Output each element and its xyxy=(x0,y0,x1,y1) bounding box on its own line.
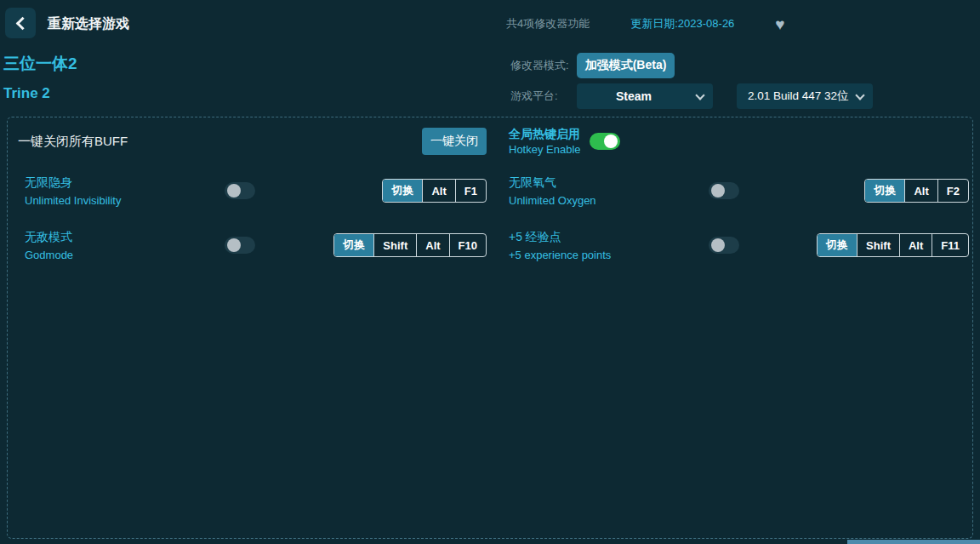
cheat-row: 无敌模式 Godmode 切换ShiftAltF10 xyxy=(8,226,490,264)
game-title-en: Trine 2 xyxy=(3,85,77,102)
version-dropdown[interactable]: 2.01 Build 447 32位 xyxy=(737,83,873,109)
hotkey-mode-badge: 切换 xyxy=(334,234,373,256)
toggle-knob xyxy=(604,135,618,148)
settings-panel: 修改器模式: 加强模式(Beta) 游戏平台: Steam 2.01 Build… xyxy=(510,53,873,114)
cheat-name-en: Unlimited Oxygen xyxy=(509,194,709,207)
feature-count: 共4项修改器功能 xyxy=(506,16,590,31)
cheat-row: 无限隐身 Unlimited Invisibility 切换AltF1 xyxy=(8,172,490,209)
hotkey-mode-badge: 切换 xyxy=(818,234,857,256)
cheat-toggle[interactable] xyxy=(709,182,739,199)
toggle-knob xyxy=(711,184,725,198)
hotkey-key-badge: Alt xyxy=(904,180,937,202)
trainer-window: 重新选择游戏 共4项修改器功能 更新日期:2023-08-26 ♥ 三位一体2 … xyxy=(0,0,980,544)
cheat-name-cn: 无限氧气 xyxy=(509,175,709,191)
cheat-labels: 无限隐身 Unlimited Invisibility xyxy=(25,175,225,207)
cheat-name-cn: +5 经验点 xyxy=(509,230,709,245)
hotkey-key-badge: F11 xyxy=(932,234,968,256)
cheat-name-cn: 无限隐身 xyxy=(25,175,225,191)
hotkey-key-badge: F2 xyxy=(937,180,968,202)
platform-label: 游戏平台: xyxy=(510,89,577,104)
cheat-row: +5 经验点 +5 experience points 切换ShiftAltF1… xyxy=(490,226,972,264)
cheat-name-en: Godmode xyxy=(25,249,225,261)
toggle-knob xyxy=(711,238,725,252)
global-hotkey-label-cn: 全局热键启用 xyxy=(509,127,581,142)
hotkey-mode-badge: 切换 xyxy=(383,180,422,202)
mode-label: 修改器模式: xyxy=(510,58,577,73)
cheat-labels: +5 经验点 +5 experience points xyxy=(509,230,709,261)
master-label: 一键关闭所有BUFF xyxy=(18,134,128,150)
cheat-name-en: Unlimited Invisibility xyxy=(25,194,225,207)
hotkey-key-badge: Alt xyxy=(416,234,448,256)
game-title-cn: 三位一体2 xyxy=(3,53,77,75)
hotkey-key-badge: F10 xyxy=(449,234,486,256)
header: 重新选择游戏 共4项修改器功能 更新日期:2023-08-26 ♥ xyxy=(0,0,980,48)
horizontal-scrollbar-thumb[interactable] xyxy=(847,540,980,544)
toggle-knob xyxy=(227,238,241,252)
cheat-toggle[interactable] xyxy=(225,237,255,254)
chevron-down-icon xyxy=(855,90,864,100)
back-button[interactable] xyxy=(5,8,36,38)
master-row: 一键关闭所有BUFF 一键关闭 全局热键启用 Hotkey Enable xyxy=(8,124,972,158)
global-hotkey-label-en: Hotkey Enable xyxy=(509,143,581,156)
chevron-left-icon xyxy=(15,16,29,30)
mode-button[interactable]: 加强模式(Beta) xyxy=(577,53,675,78)
cheat-name-en: +5 experience points xyxy=(509,249,709,261)
global-hotkey-toggle[interactable] xyxy=(590,133,620,150)
global-hotkey-labels: 全局热键启用 Hotkey Enable xyxy=(509,127,581,156)
cheat-panel: 一键关闭所有BUFF 一键关闭 全局热键启用 Hotkey Enable 无限隐… xyxy=(7,117,973,539)
cheat-toggle[interactable] xyxy=(225,182,255,199)
version-value: 2.01 Build 447 32位 xyxy=(737,83,851,109)
update-date: 更新日期:2023-08-26 xyxy=(630,16,734,31)
toggle-knob xyxy=(227,184,241,198)
platform-dropdown[interactable]: Steam xyxy=(577,83,713,109)
chevron-down-icon xyxy=(695,90,704,100)
hotkey-mode-badge: 切换 xyxy=(865,180,904,202)
hotkey-group[interactable]: 切换ShiftAltF11 xyxy=(817,233,969,257)
hotkey-key-badge: Shift xyxy=(373,234,416,256)
cheat-labels: 无敌模式 Godmode xyxy=(25,230,225,261)
hotkey-group[interactable]: 切换AltF2 xyxy=(864,179,969,203)
hotkey-key-badge: F1 xyxy=(455,180,486,202)
hotkey-group[interactable]: 切换ShiftAltF10 xyxy=(333,233,487,257)
game-info: 三位一体2 Trine 2 xyxy=(3,53,77,102)
hotkey-key-badge: Alt xyxy=(899,234,932,256)
hotkey-key-badge: Shift xyxy=(857,234,899,256)
cheat-grid: 无限隐身 Unlimited Invisibility 切换AltF1 无限氧气… xyxy=(8,172,972,264)
cheat-labels: 无限氧气 Unlimited Oxygen xyxy=(509,175,709,207)
disable-all-button[interactable]: 一键关闭 xyxy=(422,128,487,155)
hotkey-key-badge: Alt xyxy=(422,180,454,202)
cheat-toggle[interactable] xyxy=(709,237,739,254)
platform-value: Steam xyxy=(577,83,691,109)
page-title: 重新选择游戏 xyxy=(48,0,129,48)
heart-icon[interactable]: ♥ xyxy=(775,16,784,32)
header-meta: 共4项修改器功能 更新日期:2023-08-26 ♥ xyxy=(506,0,785,48)
cheat-name-cn: 无敌模式 xyxy=(25,230,225,245)
cheat-row: 无限氧气 Unlimited Oxygen 切换AltF2 xyxy=(490,172,972,209)
hotkey-group[interactable]: 切换AltF1 xyxy=(382,179,487,203)
